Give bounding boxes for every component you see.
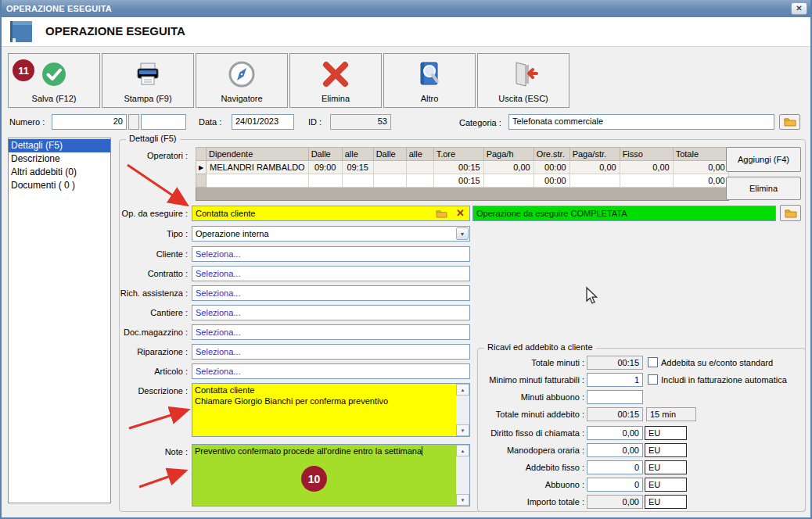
cell[interactable] [373,161,406,174]
addebita-checkbox[interactable] [648,357,658,367]
minuti-abbuono-input[interactable] [587,390,643,404]
descrizione-scrollbar[interactable]: ▲ ▼ [456,384,469,436]
exit-door-icon [508,54,538,94]
text-caret [422,446,422,456]
sidebar-item-documenti[interactable]: Documenti ( 0 ) [9,179,110,192]
col-dipendente[interactable]: Dipendente [207,148,309,161]
cell[interactable]: 00:00 [534,161,569,174]
col-dalle1[interactable]: Dalle [308,148,342,161]
print-button[interactable]: Stampa (F9) [102,53,194,108]
cell[interactable] [406,161,433,174]
minimo-minuti-input[interactable]: 1 [587,373,643,387]
categoria-folder-button[interactable] [779,114,800,130]
importo-totale-field: 0,00 [587,495,643,509]
op-da-eseguire-field[interactable]: Contatta cliente ✕ [192,206,470,221]
rich-assistenza-field[interactable]: Seleziona... [192,285,470,301]
cell[interactable]: 09:15 [342,161,373,174]
scroll-up-icon[interactable]: ▲ [456,384,469,396]
note-value: Preventivo confermato procede all'ordine… [195,446,422,456]
exit-button[interactable]: Uscita (ESC) [477,53,569,108]
cliente-value: Seleziona... [196,249,240,259]
rich-assistenza-value: Seleziona... [196,288,240,298]
articolo-field[interactable]: Seleziona... [192,363,470,379]
titlebar[interactable]: OPERAZIONE ESEGUITA ✕ [2,0,810,17]
doc-magazzino-field[interactable]: Seleziona... [192,324,470,340]
cell[interactable]: 0,00 [673,161,728,174]
delete-operator-button[interactable]: Elimina [726,177,801,200]
col-pagah[interactable]: Paga/h [483,148,534,161]
check-circle-icon [40,54,68,94]
op-da-eseguire-value: Contatta cliente [196,209,255,218]
close-icon[interactable]: ✕ [791,2,807,15]
minuti-abbuono-label: Minuti abbuono : [480,392,584,402]
cliente-field[interactable]: Seleziona... [192,246,470,262]
navigator-button[interactable]: Navigatore [196,53,288,108]
clear-field-icon[interactable]: ✕ [456,207,465,219]
window-header: OPERAZIONE ESEGUITA [2,17,810,47]
table-row[interactable]: ▶ MELANDRI RAMBALDO 09:00 09:15 00:15 0,… [196,161,729,174]
cell[interactable]: 0,00 [569,161,620,174]
save-notification-badge: 11 [13,59,34,81]
col-pagastr[interactable]: Paga/str. [569,148,620,161]
numero-extra-input[interactable] [141,114,186,130]
note-annotation-badge: 10 [301,466,327,492]
col-orestr[interactable]: Ore.str. [534,148,569,161]
cantiere-value: Seleziona... [196,308,240,317]
cantiere-label: Cantiere : [95,308,188,317]
col-alle2[interactable]: alle [406,148,433,161]
tipo-select[interactable]: Operazione interna ▼ [192,226,470,242]
scroll-down-icon[interactable]: ▼ [456,494,469,506]
cell-dipendente[interactable]: MELANDRI RAMBALDO [207,161,309,174]
row-selector-icon[interactable]: ▶ [196,161,207,174]
riparazione-field[interactable]: Seleziona... [192,344,470,360]
col-alle1[interactable]: alle [342,148,373,161]
add-operator-button[interactable]: Aggiungi (F4) [726,147,801,172]
red-x-icon [321,54,350,94]
sidebar-item-altri-addebiti[interactable]: Altri addebiti (0) [9,166,110,179]
delete-button[interactable]: Elimina [289,53,382,108]
descrizione-textarea[interactable]: Contatta cliente Chiamare Giorgio Bianch… [192,383,470,437]
addebito-fisso-input[interactable]: 0 [587,460,643,474]
status-folder-button[interactable] [780,205,801,221]
categoria-input[interactable]: Telefonata commerciale [508,114,774,130]
other-button[interactable]: Altro [383,53,476,108]
print-button-label: Stampa (F9) [124,94,171,107]
cell[interactable]: 0,00 [620,161,673,174]
selector-header [196,148,207,161]
riparazione-value: Seleziona... [196,347,240,356]
col-dalle2[interactable]: Dalle [373,148,406,161]
includi-checkbox-label: Includi in fatturazione automatica [661,375,787,385]
col-fisso[interactable]: Fisso [620,148,673,161]
chevron-down-icon[interactable]: ▼ [456,227,469,240]
navigator-button-label: Navigatore [221,94,262,107]
page-title: OPERAZIONE ESEGUITA [45,24,185,38]
cell [373,174,406,188]
tipo-label: Tipo : [95,229,188,238]
cliente-label: Cliente : [95,249,188,259]
numero-spin-button[interactable] [128,114,139,130]
note-scrollbar[interactable]: ▲ ▼ [456,445,469,506]
includi-checkbox[interactable] [648,374,658,385]
note-textarea[interactable]: Preventivo confermato procede all'ordine… [192,444,470,506]
numero-input[interactable]: 20 [52,114,127,130]
col-tore[interactable]: T.ore [433,148,483,161]
scroll-up-icon[interactable]: ▲ [456,445,469,456]
abbuono-label: Abbuono : [480,480,584,489]
scroll-down-icon[interactable]: ▼ [456,424,469,436]
contratto-value: Seleziona... [196,269,240,278]
cell[interactable]: 09:00 [308,161,342,174]
titlebar-title: OPERAZIONE ESEGUITA [6,4,112,13]
diritto-fisso-input[interactable]: 0,00 [587,426,643,440]
manodopera-input[interactable]: 0,00 [587,443,643,457]
folder-icon[interactable] [436,209,447,218]
contratto-field[interactable]: Seleziona... [192,266,470,281]
descrizione-text[interactable]: Contatta cliente Chiamare Giorgio Bianch… [192,384,456,436]
col-totale[interactable]: Totale [673,148,728,161]
totale-minuti-label: Totale minuti : [480,358,584,367]
abbuono-input[interactable]: 0 [587,478,643,492]
data-input[interactable]: 24/01/2023 [232,114,294,130]
cantiere-field[interactable]: Seleziona... [192,305,470,320]
cell: 00:00 [534,174,569,188]
cell[interactable]: 0,00 [483,161,534,174]
cell[interactable]: 00:15 [433,161,483,174]
